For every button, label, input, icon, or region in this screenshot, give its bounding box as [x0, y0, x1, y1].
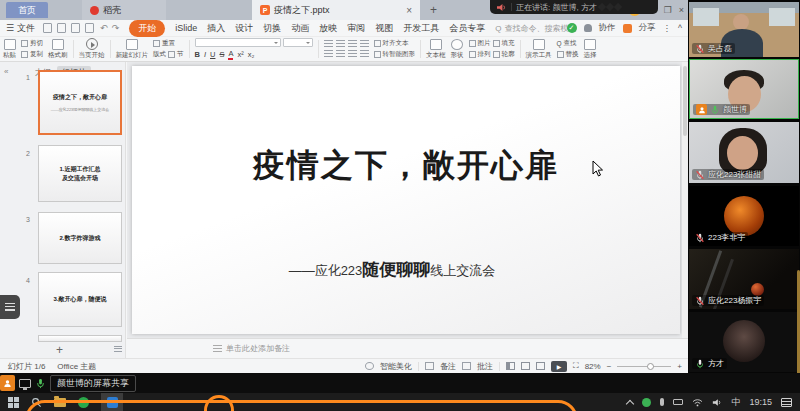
tab-animation[interactable]: 动画: [291, 22, 309, 35]
shapes-button[interactable]: 形状: [451, 39, 464, 60]
close-button[interactable]: ×: [679, 5, 684, 15]
add-slide-button[interactable]: +: [56, 343, 63, 357]
docer-tab[interactable]: 稻壳: [82, 0, 166, 20]
print-icon[interactable]: [85, 23, 94, 33]
zoom-in-button[interactable]: +: [677, 362, 682, 371]
format-painter-button[interactable]: 格式刷: [48, 39, 68, 60]
align-left-icon[interactable]: [324, 50, 333, 58]
clock[interactable]: 19:15: [749, 397, 772, 407]
to-smartart-button[interactable]: 转智能图形: [374, 50, 416, 59]
picture-button[interactable]: 图片: [478, 39, 491, 48]
paste-button[interactable]: 粘贴: [3, 39, 16, 60]
beautify-button[interactable]: 智能美化: [380, 361, 412, 372]
slide-thumbnail-2[interactable]: 1.近期工作汇总 及交流会开场: [38, 145, 122, 202]
numbered-list-icon[interactable]: [336, 40, 345, 48]
more-icon[interactable]: ⋮: [663, 23, 672, 33]
redo-icon[interactable]: ↷: [112, 23, 120, 33]
share-button[interactable]: 分享: [639, 22, 656, 34]
fill-button[interactable]: 填充: [502, 39, 515, 48]
tray-green-icon[interactable]: [642, 398, 651, 407]
outline-button[interactable]: 轮廓: [502, 50, 515, 59]
select-button[interactable]: 选择: [584, 39, 597, 60]
home-tab[interactable]: 首页: [6, 2, 48, 18]
slide-thumbnail-3[interactable]: 2.数字炸弹游戏: [38, 212, 122, 264]
underline-button[interactable]: U: [210, 50, 215, 59]
strikethrough-button[interactable]: S: [219, 50, 224, 59]
layout-button[interactable]: 版式: [153, 50, 166, 59]
sorter-view-icon[interactable]: [521, 362, 530, 370]
tray-expand-icon[interactable]: [626, 399, 634, 407]
collapse-ribbon-icon[interactable]: ^: [678, 23, 682, 33]
decrease-indent-icon[interactable]: [348, 40, 357, 48]
slide-thumbnail-5[interactable]: [38, 335, 122, 342]
slide-thumbnail-4[interactable]: 3.敞开心扉，随便说: [38, 272, 122, 327]
find-button[interactable]: Q查找: [557, 39, 579, 48]
panel-menu-icon[interactable]: [114, 346, 122, 352]
slide-thumbnail-1[interactable]: 疫情之下，敞开心扉 ——应化223随便聊聊线上交流会: [38, 70, 122, 135]
command-search[interactable]: Q 查找命令、搜索模板: [495, 23, 576, 34]
present-tools-button[interactable]: 演示工具: [526, 39, 552, 60]
font-family-combo[interactable]: [195, 38, 281, 47]
new-tab-button[interactable]: +: [430, 3, 437, 17]
battery-icon[interactable]: [673, 399, 683, 405]
line-spacing-icon[interactable]: [360, 50, 369, 58]
new-slide-button[interactable]: 新建幻灯片: [116, 39, 149, 60]
zoom-out-button[interactable]: −: [607, 362, 612, 371]
play-from-current-button[interactable]: 当页开始: [79, 38, 105, 60]
video-tile[interactable]: 应化223张甜甜: [689, 122, 799, 183]
wifi-icon[interactable]: [692, 398, 703, 407]
zoom-slider[interactable]: [617, 366, 671, 367]
increase-indent-icon[interactable]: [360, 40, 369, 48]
cut-button[interactable]: 剪切: [21, 39, 43, 48]
tab-view[interactable]: 视图: [375, 22, 393, 35]
slideshow-play-button[interactable]: ▶: [551, 361, 567, 372]
tab-transitions[interactable]: 切换: [263, 22, 281, 35]
share-banner-text[interactable]: 颜世博的屏幕共享: [50, 375, 136, 392]
document-tab[interactable]: P 疫情之下.pptx ×: [252, 0, 420, 20]
align-right-icon[interactable]: [348, 50, 357, 58]
font-color-button[interactable]: A: [228, 49, 233, 60]
slide-subtitle[interactable]: ——应化223随便聊聊线上交流会: [132, 258, 652, 281]
subscript-button[interactable]: x₂: [248, 50, 255, 59]
video-tile[interactable]: 方才: [689, 312, 799, 372]
arrange-button[interactable]: 排列: [478, 50, 491, 59]
tab-islide[interactable]: iSlide: [175, 23, 197, 33]
tab-insert[interactable]: 插入: [207, 22, 225, 35]
tab-home[interactable]: 开始: [129, 20, 165, 37]
zoom-level[interactable]: 82%: [585, 362, 601, 371]
video-tile[interactable]: 应化223杨振宇: [689, 249, 799, 309]
video-tile[interactable]: 吴占磊: [689, 2, 799, 57]
replace-button[interactable]: 替换: [557, 50, 579, 59]
bullet-list-icon[interactable]: [324, 40, 333, 48]
notification-icon[interactable]: [781, 398, 792, 407]
italic-button[interactable]: I: [204, 50, 206, 59]
save-icon[interactable]: [71, 23, 80, 33]
tab-design[interactable]: 设计: [235, 22, 253, 35]
file-menu[interactable]: ☰ 文件: [6, 22, 35, 35]
theme-name[interactable]: Office 主题: [57, 361, 96, 372]
font-size-combo[interactable]: [283, 38, 313, 47]
video-tile-speaking[interactable]: 颜世博: [689, 59, 799, 119]
align-center-icon[interactable]: [336, 50, 345, 58]
align-text-button[interactable]: 对齐文本: [374, 39, 416, 48]
superscript-button[interactable]: x²: [237, 50, 243, 59]
tab-developer[interactable]: 开发工具: [403, 22, 439, 35]
undo-icon[interactable]: ↶: [100, 23, 108, 33]
tab-slideshow[interactable]: 放映: [319, 22, 337, 35]
tray-mic-icon[interactable]: [660, 398, 664, 406]
tab-review[interactable]: 审阅: [347, 22, 365, 35]
tab-member[interactable]: 会员专享: [449, 22, 485, 35]
textbox-button[interactable]: 文本框: [426, 39, 446, 60]
note-button[interactable]: 备注: [440, 361, 456, 372]
slide-canvas[interactable]: 疫情之下，敞开心扉 ——应化223随便聊聊线上交流会: [132, 66, 680, 334]
ime-indicator[interactable]: 中: [731, 396, 740, 409]
comment-button[interactable]: 批注: [477, 361, 493, 372]
restore-button[interactable]: ❐: [664, 5, 672, 15]
tab-close-icon[interactable]: ×: [406, 5, 412, 16]
volume-icon[interactable]: [712, 398, 722, 407]
reading-view-icon[interactable]: [536, 362, 545, 370]
open-file-icon[interactable]: [57, 23, 66, 33]
new-file-icon[interactable]: [43, 23, 52, 33]
bold-button[interactable]: B: [195, 50, 200, 59]
reset-button[interactable]: 重置: [153, 39, 184, 48]
